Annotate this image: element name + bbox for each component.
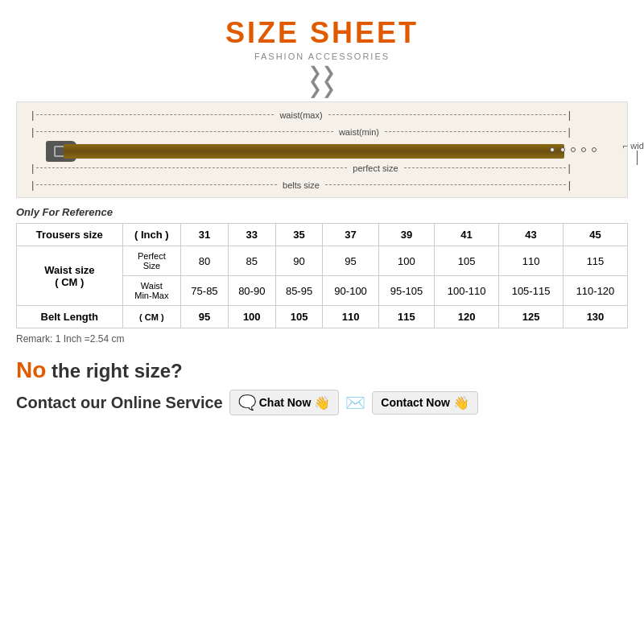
belt-length-unit: ( CM ) [122, 306, 180, 328]
dimension-lines: | waist(max) | | waist(min) | [31, 109, 571, 142]
email-icon: ✉️ [345, 393, 365, 412]
waist-min-row: | waist(min) | [31, 126, 571, 138]
wm-43: 105-115 [499, 276, 564, 306]
subtitle: FASHION ACCESSORIES [16, 52, 628, 61]
wm-45: 110-120 [563, 276, 627, 306]
belts-size-row: | belts size | [31, 179, 571, 191]
wm-31: 75-85 [181, 276, 229, 306]
waist-minmax-sublabel: WaistMin-Max [122, 276, 180, 306]
bl-39: 115 [378, 306, 434, 328]
remark: Remark: 1 Inch =2.54 cm [16, 333, 628, 345]
wm-37: 90-100 [323, 276, 378, 306]
size-table: Trousers size ( Inch ) 31 33 35 37 39 41… [16, 223, 628, 328]
contact-now-label: Contact Now [381, 396, 450, 409]
belt-visual: ⌐ width [31, 141, 613, 163]
wm-41: 100-110 [435, 276, 499, 306]
contact-section: Contact our Online Service 🗨️ Chat Now 👋… [16, 390, 628, 415]
bl-31: 95 [181, 306, 229, 328]
hand-icon-contact: 👋 [453, 395, 469, 411]
chat-now-button[interactable]: 🗨️ Chat Now 👋 [229, 390, 340, 415]
bl-35: 105 [275, 306, 323, 328]
col-37: 37 [323, 224, 378, 246]
main-title: SIZE SHEET [16, 16, 628, 50]
col-39: 39 [378, 224, 434, 246]
ps-43: 110 [499, 246, 564, 276]
ps-37: 95 [323, 246, 378, 276]
chevron-icon: ❯❯❯❯ [16, 64, 628, 97]
inch-header: ( Inch ) [122, 224, 180, 246]
title-section: SIZE SHEET FASHION ACCESSORIES ❯❯❯❯ [16, 16, 628, 97]
ps-39: 100 [378, 246, 434, 276]
belt-body [64, 144, 564, 159]
bl-41: 120 [435, 306, 499, 328]
table-header-row: Trousers size ( Inch ) 31 33 35 37 39 41… [17, 224, 628, 246]
width-label: ⌐ width [623, 141, 644, 165]
reference-note: Only For Reference [16, 206, 628, 218]
col-41: 41 [435, 224, 499, 246]
hand-icon-chat: 👋 [314, 395, 330, 411]
chat-now-label: Chat Now [259, 396, 312, 409]
col-31: 31 [181, 224, 229, 246]
waist-size-label: Waist size( CM ) [17, 246, 123, 306]
wm-35: 85-95 [275, 276, 323, 306]
belt-diagram: | waist(max) | | waist(min) | [16, 101, 628, 198]
belt-length-row: Belt Length ( CM ) 95 100 105 110 115 12… [17, 306, 628, 328]
col-35: 35 [275, 224, 323, 246]
bl-33: 100 [228, 306, 275, 328]
perfect-size-row: Waist size( CM ) PerfectSize 80 85 90 95… [17, 246, 628, 276]
ps-31: 80 [181, 246, 229, 276]
ps-41: 105 [435, 246, 499, 276]
belt-holes [550, 147, 597, 152]
perfect-size-row: | perfect size | [31, 162, 571, 174]
ps-33: 85 [228, 246, 275, 276]
no-size-rest: the right size? [46, 360, 182, 382]
perfect-size-sublabel: PerfectSize [122, 246, 180, 276]
contact-now-button[interactable]: Contact Now 👋 [372, 391, 478, 415]
waist-max-row: | waist(max) | [31, 109, 571, 121]
ps-35: 90 [275, 246, 323, 276]
belt-length-label: Belt Length [17, 306, 123, 328]
col-33: 33 [228, 224, 275, 246]
chat-icon: 🗨️ [238, 394, 256, 411]
ps-45: 115 [563, 246, 627, 276]
contact-label: Contact our Online Service [16, 394, 223, 412]
wm-33: 80-90 [228, 276, 275, 306]
no-text: No [16, 357, 46, 382]
trousers-size-header: Trousers size [17, 224, 123, 246]
bl-37: 110 [323, 306, 378, 328]
bl-43: 125 [499, 306, 564, 328]
bottom-dimension-lines: | perfect size | | belts size | [31, 162, 571, 191]
no-size-title: No the right size? [16, 357, 628, 383]
col-43: 43 [499, 224, 564, 246]
no-size-section: No the right size? Contact our Online Se… [16, 357, 628, 415]
bl-45: 130 [563, 306, 627, 328]
col-45: 45 [563, 224, 627, 246]
wm-39: 95-105 [378, 276, 434, 306]
